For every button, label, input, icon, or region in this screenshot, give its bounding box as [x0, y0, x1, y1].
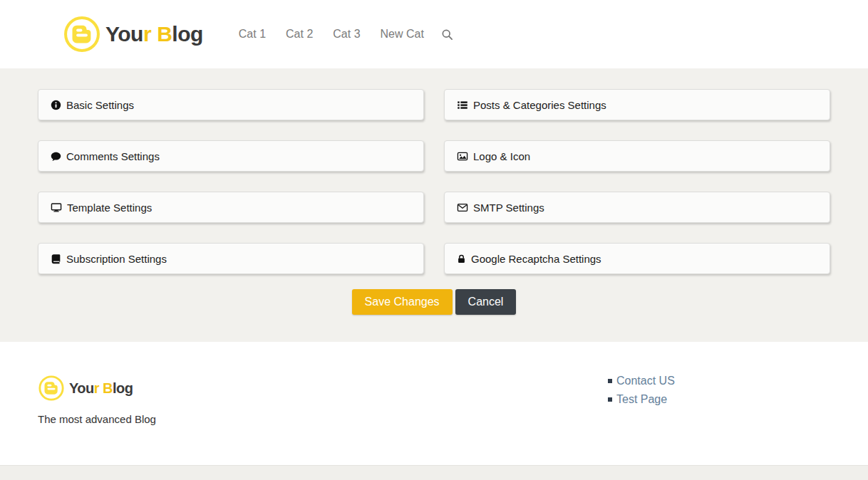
save-changes-button[interactable]: Save Changes [352, 289, 453, 315]
footer-link-label: Contact US [616, 375, 675, 387]
panel-comments-settings[interactable]: Comments Settings [38, 140, 424, 172]
site-logo-link[interactable]: YourBlog [63, 15, 203, 53]
lock-icon [457, 254, 466, 264]
panel-smtp-settings[interactable]: SMTP Settings [444, 192, 830, 223]
footer-logo: YourBlog [38, 375, 156, 402]
list-icon [457, 100, 468, 110]
panel-label: Posts & Categories Settings [473, 99, 606, 111]
panel-subscription-settings[interactable]: Subscription Settings [38, 243, 424, 274]
panel-google-recaptcha-settings[interactable]: Google Recaptcha Settings [444, 243, 830, 274]
footer-link-label: Test Page [616, 393, 667, 406]
nav-item-cat2[interactable]: Cat 2 [286, 28, 313, 41]
book-icon [51, 254, 61, 264]
comment-icon [51, 151, 61, 162]
panel-label: Google Recaptcha Settings [471, 253, 601, 265]
page: YourBlog Cat 1 Cat 2 Cat 3 New Cat [0, 0, 868, 480]
panel-label: Template Settings [67, 202, 152, 214]
footer-link-contact-us[interactable]: Contact US [608, 375, 830, 387]
panel-template-settings[interactable]: Template Settings [38, 192, 424, 223]
settings-panel-grid: Basic Settings Posts & Categories [38, 68, 830, 274]
main-nav: Cat 1 Cat 2 Cat 3 New Cat [239, 28, 453, 41]
header: YourBlog Cat 1 Cat 2 Cat 3 New Cat [0, 0, 868, 68]
panel-logo-icon[interactable]: Logo & Icon [444, 140, 830, 172]
footer-link-test-page[interactable]: Test Page [608, 393, 830, 406]
panel-label: Logo & Icon [473, 150, 530, 162]
envelope-icon [457, 202, 468, 213]
settings-section: Basic Settings Posts & Categories [0, 68, 868, 342]
footer-tagline: The most advanced Blog [38, 413, 156, 425]
nav-item-new-cat[interactable]: New Cat [381, 28, 424, 41]
square-bullet-icon [608, 379, 612, 383]
panel-posts-categories-settings[interactable]: Posts & Categories Settings [444, 89, 830, 120]
desktop-icon [51, 202, 62, 213]
footer-links: Contact US Test Page [608, 375, 830, 406]
search-icon[interactable] [441, 28, 453, 41]
footer-brand-block: YourBlog The most advanced Blog [38, 375, 156, 425]
cancel-button[interactable]: Cancel [455, 289, 517, 315]
panel-label: Subscription Settings [66, 253, 167, 265]
footer: YourBlog The most advanced Blog Contact … [0, 342, 868, 465]
panel-label: SMTP Settings [473, 202, 544, 214]
image-icon [457, 151, 468, 162]
info-circle-icon [51, 100, 61, 110]
nav-item-cat3[interactable]: Cat 3 [333, 28, 360, 41]
square-bullet-icon [608, 397, 612, 402]
nav-item-cat1[interactable]: Cat 1 [239, 28, 266, 41]
blogger-logo-icon [38, 375, 65, 402]
panel-basic-settings[interactable]: Basic Settings [38, 89, 424, 120]
panel-label: Comments Settings [66, 150, 160, 162]
panel-label: Basic Settings [66, 99, 134, 111]
form-actions: Save Changes Cancel [38, 289, 830, 315]
blogger-logo-icon [63, 15, 101, 53]
footer-site-title: YourBlog [69, 380, 133, 397]
bottom-strip [0, 465, 868, 480]
site-title: YourBlog [105, 22, 203, 46]
